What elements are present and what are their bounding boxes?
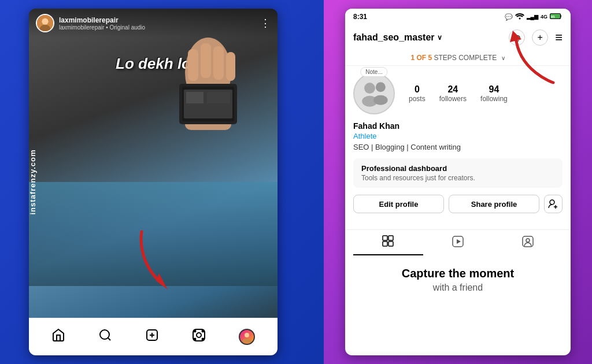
status-bar: 8:31 💬 ▂▄▆ 4G 85 (345, 9, 571, 25)
followers-count: 24 (439, 84, 467, 95)
threads-button[interactable]: @ (509, 29, 525, 46)
search-icon (98, 328, 112, 346)
svg-point-29 (519, 18, 520, 20)
svg-point-15 (100, 330, 109, 339)
story-more-icon[interactable]: ⋮ (260, 17, 271, 29)
stat-posts: 0 posts (409, 84, 426, 103)
wifi-icon (515, 13, 524, 21)
svg-point-36 (373, 95, 388, 105)
capture-title: Capture the moment (353, 267, 563, 280)
content-tabs (345, 229, 571, 255)
plus-icon: + (537, 32, 542, 43)
posts-count: 0 (409, 84, 426, 95)
share-profile-button[interactable]: Share profile (449, 195, 539, 213)
nav-profile[interactable] (234, 324, 260, 350)
add-person-button[interactable] (544, 195, 563, 213)
ig-header: fahad_seo_master ∨ @ + ≡ (345, 25, 571, 50)
profile-name: Fahad Khan (353, 121, 563, 131)
svg-rect-42 (383, 242, 387, 246)
svg-rect-12 (186, 92, 204, 103)
play-icon (452, 235, 464, 251)
followers-label: followers (439, 95, 467, 103)
left-panel: instafrenzy.com laxmimobilerepair laxmim… (0, 0, 324, 364)
add-button[interactable]: + (532, 29, 548, 46)
nav-home[interactable] (47, 324, 70, 350)
profile-stats: 0 posts 24 followers 94 following (409, 84, 563, 103)
steps-highlight: 1 OF 5 (410, 54, 432, 62)
capture-subtitle: with a friend (353, 283, 563, 293)
note-bubble: Note... (360, 67, 387, 77)
svg-rect-8 (226, 52, 235, 81)
stat-following[interactable]: 94 following (480, 84, 508, 103)
steps-label: STEPS COMPLETE (432, 54, 497, 62)
username-text: fahad_seo_master (353, 32, 435, 43)
posts-label: posts (409, 95, 426, 103)
steps-chevron-icon: ∨ (501, 55, 505, 61)
video-background: laxmimobilerepair laxmimobilerepair • Or… (29, 9, 278, 355)
left-arrow-indicator (130, 226, 176, 298)
svg-point-23 (202, 330, 204, 332)
stat-followers[interactable]: 24 followers (439, 84, 467, 103)
ig-username: fahad_seo_master ∨ (353, 32, 442, 43)
threads-icon: @ (513, 34, 521, 42)
svg-point-35 (376, 82, 386, 92)
signal-bars: ▂▄▆ (527, 14, 538, 20)
nav-add[interactable] (140, 324, 164, 350)
svg-point-25 (202, 339, 204, 340)
home-icon (51, 328, 65, 346)
profile-top: Note... 0 (353, 73, 563, 114)
story-subtitle: laxmimobilerepair • Original audio (59, 24, 260, 31)
svg-point-1 (42, 18, 48, 25)
capture-section: Capture the moment with a friend (345, 255, 571, 304)
svg-point-21 (197, 333, 201, 337)
reels-icon (192, 328, 206, 346)
steps-complete-banner[interactable]: 1 OF 5 STEPS COMPLETE ∨ (345, 50, 571, 66)
svg-rect-7 (213, 46, 224, 80)
svg-marker-14 (156, 273, 168, 289)
menu-button[interactable]: ≡ (555, 30, 563, 45)
username-chevron-icon: ∨ (437, 34, 442, 42)
following-count: 94 (480, 84, 508, 95)
nav-reels[interactable] (187, 324, 210, 350)
story-header: laxmimobilerepair laxmimobilerepair • Or… (29, 9, 278, 38)
person-tag-icon (521, 235, 534, 251)
profile-category: Athlete (353, 132, 563, 140)
tab-tagged[interactable] (493, 230, 563, 255)
steps-text: 1 OF 5 STEPS COMPLETE ∨ (410, 54, 505, 62)
tab-reels[interactable] (423, 230, 493, 255)
grid-icon (382, 235, 394, 250)
svg-point-26 (245, 333, 249, 337)
action-buttons: Edit profile Share profile (353, 195, 563, 213)
svg-text:85: 85 (551, 15, 555, 18)
svg-rect-6 (201, 43, 211, 78)
phone-left: laxmimobilerepair laxmimobilerepair • Or… (29, 9, 278, 355)
svg-point-47 (526, 239, 530, 242)
nav-search[interactable] (94, 324, 117, 350)
svg-rect-5 (188, 49, 198, 81)
profile-avatar[interactable] (353, 73, 395, 114)
pro-dashboard-title: Professional dashboard (361, 164, 554, 173)
edit-profile-button[interactable]: Edit profile (353, 195, 444, 213)
svg-rect-13 (207, 92, 230, 103)
professional-dashboard[interactable]: Professional dashboard Tools and resourc… (353, 158, 563, 188)
story-info: laxmimobilerepair laxmimobilerepair • Or… (59, 16, 260, 31)
pro-dashboard-subtitle: Tools and resources just for creators. (361, 174, 554, 182)
profile-bio: SEO | Blogging | Content writing (353, 143, 563, 151)
svg-rect-43 (388, 242, 393, 246)
battery-icon: 85 (550, 13, 563, 21)
right-panel: 8:31 💬 ▂▄▆ 4G 85 (324, 0, 592, 364)
phone-right: 8:31 💬 ▂▄▆ 4G 85 (345, 9, 571, 355)
hand-illustration (150, 26, 266, 142)
svg-point-37 (550, 200, 554, 205)
svg-rect-40 (383, 236, 387, 240)
tab-grid[interactable] (353, 230, 423, 255)
svg-point-33 (364, 83, 375, 94)
message-icon: 💬 (505, 13, 513, 21)
status-time: 8:31 (353, 13, 367, 21)
svg-point-27 (242, 339, 251, 343)
svg-rect-32 (354, 74, 394, 113)
svg-marker-45 (457, 239, 461, 244)
profile-section: Note... 0 (345, 66, 571, 229)
svg-point-24 (194, 339, 196, 340)
story-username: laxmimobilerepair (59, 16, 260, 24)
